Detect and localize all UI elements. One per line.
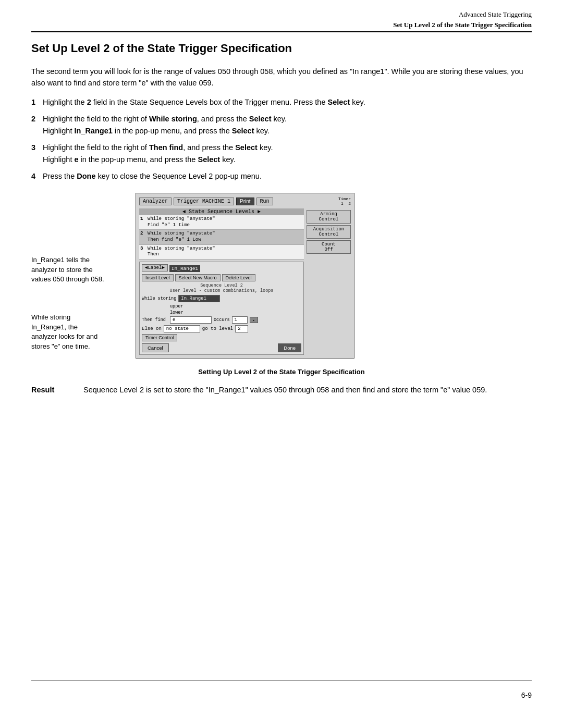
while-storing-input[interactable]: In_Range1	[178, 295, 220, 302]
step-1-bold1: 2	[87, 98, 91, 106]
arming-control-btn[interactable]: ArmingControl	[307, 210, 351, 224]
else-on-label: Else on	[142, 326, 162, 331]
go-to-label: go to level	[202, 326, 233, 331]
ui-screenshot: Analyzer Trigger MACHINE 1 Print Run Tim…	[136, 193, 354, 359]
print-btn[interactable]: Print	[236, 198, 254, 205]
insert-level-btn[interactable]: Insert Level	[142, 274, 174, 281]
bottom-action-btns: Cancel Done	[142, 343, 301, 352]
done-btn[interactable]: Done	[278, 343, 301, 352]
step-1-bold2: Select	[328, 98, 350, 106]
step-3-text: Highlight the field to the right of Then…	[43, 142, 532, 165]
lower-label: lower	[170, 310, 183, 315]
page-header: Advanced State Triggering Set Up Level 2…	[393, 9, 532, 30]
acquisition-control-btn[interactable]: AcquisitionControl	[307, 225, 351, 239]
ui-top-bar: Analyzer Trigger MACHINE 1 Print Run Tim…	[139, 196, 351, 206]
header-line2: Set Up Level 2 of the State Trigger Spec…	[393, 20, 532, 30]
step-1-text: Highlight the 2 field in the State Seque…	[43, 96, 532, 108]
right-panels: ArmingControl AcquisitionControl CountOf…	[307, 210, 351, 255]
seq-row2-line1: While storing "anystate"	[148, 231, 303, 237]
ann2-line1: While storing	[31, 313, 125, 323]
timer-label: Timer 1 2	[338, 196, 351, 206]
step-3-bold3: e	[74, 155, 78, 164]
ann2-line2: In_Range1, the	[31, 323, 125, 332]
intro-text: The second term you will look for is the…	[31, 66, 532, 89]
seq-num-3: 3	[140, 246, 148, 252]
then-find-row: Then find e Occurs 1 ▪	[142, 316, 301, 324]
go-to-input[interactable]: 2	[235, 325, 248, 332]
cancel-btn[interactable]: Cancel	[142, 343, 169, 352]
timer-control-btn[interactable]: Timer Control	[142, 334, 177, 341]
seq-row1-line1: While storing "anystate"	[148, 216, 303, 223]
analyzer-btn[interactable]: Analyzer	[139, 198, 172, 205]
step-4-text: Press the Done key to close the Sequence…	[43, 170, 532, 182]
step-2-bold4: Select	[232, 127, 254, 135]
result-text: Sequence Level 2 is set to store the "In…	[83, 384, 532, 396]
action-buttons: Insert Level Select New Macro Delete Lev…	[142, 274, 301, 281]
step-2: 2 Highlight the field to the right of Wh…	[31, 113, 532, 137]
top-rule	[31, 31, 532, 32]
side-annotations: In_Range1 tells the analyzer to store th…	[31, 193, 136, 359]
ann2-line3: analyzer looks for and	[31, 332, 125, 342]
seq-row-3: 3 While storing "anystate" Then	[139, 245, 304, 260]
annotation-1: In_Range1 tells the analyzer to store th…	[31, 255, 125, 285]
seq-content-1: While storing "anystate" Find "e" 1 time	[148, 216, 303, 228]
ann1-line1: In_Range1 tells the	[31, 255, 125, 265]
run-btn[interactable]: Run	[256, 198, 273, 205]
screenshot-caption: Setting Up Level 2 of the State Trigger …	[31, 368, 532, 376]
step-3-bold1: Then find	[149, 143, 183, 152]
then-find-input[interactable]: e	[170, 316, 212, 324]
ann1-line2: analyzer to store the	[31, 265, 125, 275]
step-3-bold2: Select	[235, 143, 258, 152]
trigger-btn[interactable]: Trigger MACHINE 1	[174, 198, 234, 205]
seq-num-2: 2	[140, 231, 148, 237]
screenshot-container: In_Range1 tells the analyzer to store th…	[31, 193, 532, 359]
seq-content-3: While storing "anystate" Then	[148, 246, 303, 258]
step-3: 3 Highlight the field to the right of Th…	[31, 142, 532, 165]
step-2-num: 2	[31, 113, 43, 137]
sequence-area: ◄ State Sequence Levels ► 1 While storin…	[139, 208, 304, 355]
page-number: 6-9	[521, 691, 532, 699]
seq-level-info: Sequence Level 2 User level - custom com…	[142, 283, 301, 293]
icon-small: ▪	[250, 317, 258, 323]
page-title: Set Up Level 2 of the State Trigger Spec…	[31, 42, 532, 55]
seq-row-1: 1 While storing "anystate" Find "e" 1 ti…	[139, 215, 304, 230]
ann2-line4: stores "e" one time.	[31, 342, 125, 352]
bottom-rule	[31, 681, 532, 681]
seq-level-text: Sequence Level 2	[142, 283, 301, 288]
step-3-num: 3	[31, 142, 43, 165]
else-on-input[interactable]: no state	[164, 325, 200, 332]
while-storing-row: While storing In_Range1	[142, 295, 301, 302]
step-4-num: 4	[31, 170, 43, 182]
upper-label: upper	[170, 304, 183, 309]
step-1: 1 Highlight the 2 field in the State Seq…	[31, 96, 532, 108]
step-2-bold2: Select	[249, 115, 272, 123]
user-level-text: User level - custom combinations, loops	[142, 288, 301, 293]
step-4-bold1: Done	[77, 172, 95, 180]
count-off-btn[interactable]: CountOff	[307, 240, 351, 254]
seq-row1-line2: Find "e" 1 time	[148, 223, 303, 229]
step-2-bold1: While storing	[149, 115, 197, 123]
label-btn[interactable]: ◄Label►	[142, 264, 168, 272]
seq-row-2: 2 While storing "anystate" Then find "e"…	[139, 230, 304, 244]
seq-row2-line2: Then find "e" i Low	[148, 237, 303, 243]
select-new-macro-btn[interactable]: Select New Macro	[175, 274, 221, 281]
step-2-text: Highlight the field to the right of Whil…	[43, 113, 532, 137]
occurs-label: Occurs	[214, 317, 230, 323]
step-4: 4 Press the Done key to close the Sequen…	[31, 170, 532, 182]
result-label: Result	[31, 384, 73, 396]
then-find-label: Then find	[142, 317, 166, 323]
step-1-num: 1	[31, 96, 43, 108]
delete-level-btn[interactable]: Delete Level	[222, 274, 255, 281]
main-content: Set Up Level 2 of the State Trigger Spec…	[31, 42, 532, 412]
header-line1: Advanced State Triggering	[393, 9, 532, 20]
seq-content-2: While storing "anystate" Then find "e" i…	[148, 231, 303, 243]
occurs-input[interactable]: 1	[232, 316, 248, 324]
result-section: Result Sequence Level 2 is set to store …	[31, 384, 532, 396]
seq-row3-line2: Then	[148, 252, 303, 258]
step-2-bold3: In_Range1	[74, 127, 112, 135]
ann1-line3: values 050 through 058.	[31, 275, 125, 285]
in-range1-highlighted: In_Range1	[169, 265, 200, 272]
steps-list: 1 Highlight the 2 field in the State Seq…	[31, 96, 532, 182]
bottom-section: ◄Label► In_Range1 Insert Level Select Ne…	[139, 262, 304, 355]
annotation-2: While storing In_Range1, the analyzer lo…	[31, 313, 125, 352]
